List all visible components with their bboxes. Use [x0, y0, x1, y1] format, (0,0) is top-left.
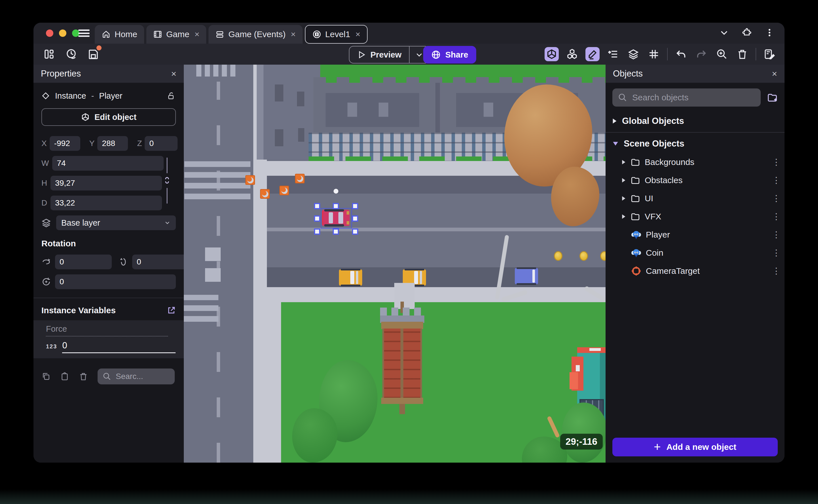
crate-obstacle[interactable]	[279, 186, 289, 195]
objects-search-input[interactable]	[632, 92, 726, 103]
variable-name[interactable]: Force	[46, 324, 168, 336]
tab-game-events[interactable]: Game (Events) ×	[208, 25, 302, 44]
yellow-car[interactable]	[339, 269, 362, 286]
edit-events-sheet-icon[interactable]	[762, 47, 777, 61]
player-car-selected[interactable]	[322, 210, 350, 226]
kebab-menu-icon[interactable]: ⋮	[772, 233, 778, 237]
crate-obstacle[interactable]	[245, 175, 255, 185]
variable-row[interactable]: Force 123 0	[33, 320, 184, 358]
brick-tower[interactable]	[380, 308, 424, 405]
z-position-field[interactable]	[145, 136, 177, 151]
instances-list-icon[interactable]	[606, 47, 620, 61]
edit-pencil-icon[interactable]	[586, 47, 600, 61]
proportional-scale-link[interactable]	[162, 158, 172, 204]
lock-open-icon[interactable]	[167, 91, 176, 100]
folder-row-vfx[interactable]: VFX ⋮	[606, 207, 785, 226]
resize-handle[interactable]	[314, 228, 320, 235]
kebab-menu-icon[interactable]: ⋮	[772, 160, 778, 164]
kebab-menu-icon[interactable]	[765, 28, 774, 37]
undo-icon[interactable]	[674, 47, 688, 61]
tab-level1[interactable]: Level1 ×	[305, 25, 368, 44]
width-field[interactable]	[52, 156, 164, 171]
events-list-icon	[215, 30, 224, 39]
kebab-menu-icon[interactable]: ⋮	[772, 196, 778, 200]
depth-field[interactable]	[50, 196, 162, 210]
resize-handle[interactable]	[314, 215, 320, 222]
preview-button[interactable]: Preview	[349, 50, 409, 60]
rotation-x-field[interactable]	[55, 255, 112, 269]
objects-search[interactable]	[612, 88, 761, 107]
objects-cubes-icon[interactable]	[565, 47, 579, 61]
layer-select[interactable]: Base layer	[56, 215, 176, 230]
tab-game[interactable]: Game ×	[146, 25, 206, 44]
instance-object-name: Player	[99, 91, 122, 101]
trash-icon[interactable]	[735, 47, 749, 61]
resize-handle[interactable]	[352, 203, 358, 209]
tab-home[interactable]: Home	[95, 25, 144, 44]
tab-close-icon[interactable]: ×	[194, 29, 200, 39]
coin[interactable]	[580, 251, 588, 261]
variables-search[interactable]	[98, 369, 175, 384]
edit-object-button[interactable]: Edit object	[41, 108, 176, 126]
object-row-player[interactable]: Player ⋮	[606, 226, 785, 244]
grid-icon[interactable]	[647, 47, 661, 61]
scene-canvas[interactable]: 29;-116	[184, 65, 606, 463]
resize-handle[interactable]	[333, 228, 339, 235]
kebab-menu-icon[interactable]: ⋮	[772, 251, 778, 255]
y-position-field[interactable]	[97, 136, 128, 151]
resize-handle[interactable]	[333, 203, 339, 209]
history-icon[interactable]	[64, 47, 78, 61]
play-icon	[357, 50, 366, 59]
scene-objects-group[interactable]: Scene Objects	[606, 134, 785, 153]
folder-row-backgrounds[interactable]: Backgrounds ⋮	[606, 153, 785, 171]
view-3d-icon[interactable]	[545, 47, 559, 61]
open-variables-external-icon[interactable]	[167, 306, 176, 315]
x-position-field[interactable]	[50, 136, 80, 151]
kebab-menu-icon[interactable]: ⋮	[772, 178, 778, 182]
panels-layout-icon[interactable]	[42, 47, 56, 61]
object-row-cameratarget[interactable]: CameraTarget ⋮	[606, 262, 785, 280]
crate-obstacle[interactable]	[260, 189, 270, 199]
blue-car[interactable]	[515, 268, 538, 284]
redo-icon[interactable]	[694, 47, 709, 61]
crate-obstacle[interactable]	[295, 174, 304, 183]
menu-hamburger-icon[interactable]	[78, 28, 90, 38]
close-icon[interactable]: ×	[171, 69, 176, 79]
tab-close-icon[interactable]: ×	[355, 29, 360, 39]
resize-handle[interactable]	[352, 228, 358, 235]
close-icon[interactable]: ×	[772, 69, 777, 79]
folder-icon	[631, 194, 640, 203]
extensions-icon[interactable]	[742, 28, 752, 37]
minimize-traffic-light[interactable]	[59, 29, 66, 37]
variables-search-input[interactable]	[115, 372, 159, 381]
paste-icon[interactable]	[60, 372, 69, 381]
rotation-y-field[interactable]	[132, 255, 189, 269]
zoom-in-icon[interactable]	[715, 47, 729, 61]
global-objects-group[interactable]: Global Objects	[606, 112, 785, 130]
layers-icon[interactable]	[626, 47, 641, 61]
height-field[interactable]	[50, 176, 162, 190]
delete-variable-icon[interactable]	[79, 372, 88, 381]
tab-close-icon[interactable]: ×	[291, 29, 296, 39]
save-icon[interactable]	[86, 47, 100, 61]
rotation-handle[interactable]	[333, 189, 338, 194]
close-traffic-light[interactable]	[46, 29, 53, 37]
share-button[interactable]: Share	[423, 46, 476, 63]
folder-row-obstacles[interactable]: Obstacles ⋮	[606, 171, 785, 189]
rotation-z-field[interactable]	[55, 274, 176, 289]
variable-value[interactable]: 0	[62, 340, 175, 353]
autumn-tree-small[interactable]	[551, 167, 599, 226]
copy-icon[interactable]	[41, 372, 50, 381]
object-row-coin[interactable]: Coin ⋮	[606, 244, 785, 262]
kebab-menu-icon[interactable]: ⋮	[772, 269, 778, 273]
kebab-menu-icon[interactable]: ⋮	[772, 215, 778, 219]
add-folder-icon[interactable]	[767, 92, 778, 103]
resize-handle[interactable]	[352, 215, 358, 222]
resize-handle[interactable]	[314, 203, 320, 209]
folder-row-ui[interactable]: UI ⋮	[606, 189, 785, 207]
coin[interactable]	[600, 251, 606, 261]
chevron-down-icon[interactable]	[719, 28, 729, 37]
add-new-object-button[interactable]: + Add a new object	[612, 438, 778, 456]
coin[interactable]	[554, 251, 563, 261]
green-tree[interactable]	[562, 403, 606, 463]
